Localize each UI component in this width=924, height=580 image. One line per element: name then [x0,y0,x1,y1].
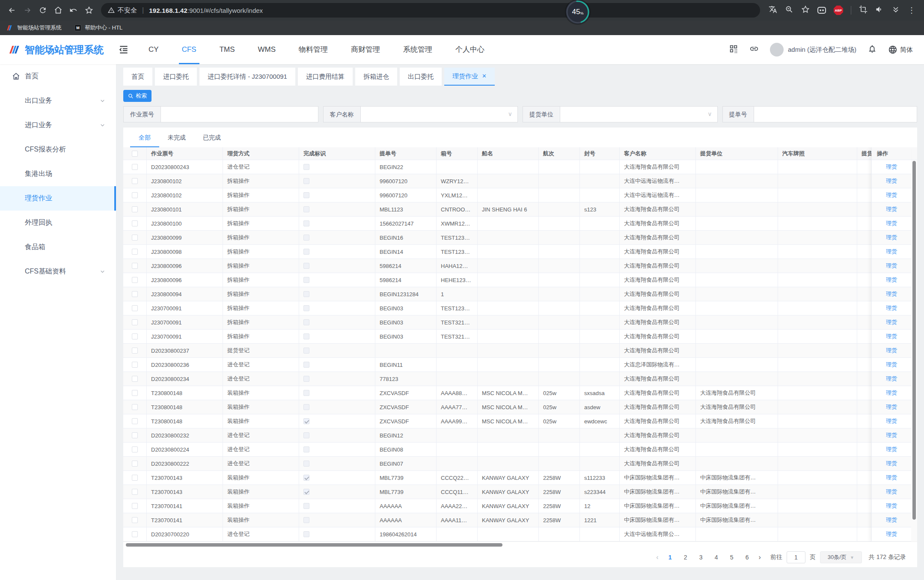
sidebar-item[interactable]: 进口业务 [0,113,116,137]
nav-item-TMS[interactable]: TMS [208,35,247,64]
adblock-icon[interactable]: ABP [834,6,843,15]
row-checkbox[interactable] [132,277,138,283]
row-checkbox[interactable] [132,178,138,184]
link-icon[interactable] [749,44,759,55]
sidebar-item[interactable]: 出口业务 [0,89,116,113]
row-checkbox[interactable] [132,489,138,495]
row-checkbox[interactable] [132,291,138,297]
undo-icon[interactable] [66,3,81,18]
tally-link[interactable]: 理货 [872,485,911,499]
sidebar-collapse-icon[interactable] [118,44,129,55]
vertical-scrollbar-thumb[interactable] [912,161,916,520]
sidebar-item[interactable]: 外理回执 [0,211,116,235]
not-secure-warning[interactable]: 不安全 [108,6,137,15]
tally-link[interactable]: 理货 [872,443,911,457]
sidebar-item[interactable]: 理货作业 [0,186,116,211]
tally-link[interactable]: 理货 [872,513,911,527]
address-bar[interactable]: 不安全 | 192.168.1.42 :9001/#/cfs/tallywork… [101,3,760,18]
forward-icon[interactable] [20,3,35,18]
page-tab[interactable]: 首页 [123,68,152,86]
nav-item-商财管理[interactable]: 商财管理 [339,35,392,64]
row-checkbox[interactable] [132,220,138,226]
row-checkbox[interactable] [132,206,138,212]
page-jump-input[interactable]: 1 [787,551,805,563]
tally-link[interactable]: 理货 [872,457,911,471]
row-checkbox[interactable] [132,164,138,170]
row-checkbox[interactable] [132,503,138,509]
row-checkbox[interactable] [132,461,138,467]
page-tab[interactable]: 进口委托 [155,68,197,86]
row-checkbox[interactable] [132,390,138,396]
menu-kebab-icon[interactable]: ⋮ [908,6,915,15]
vertical-scrollbar[interactable] [911,160,917,541]
nav-item-WMS[interactable]: WMS [247,35,288,64]
tally-link[interactable]: 理货 [872,499,911,513]
search-button[interactable]: 检索 [123,90,152,102]
row-checkbox[interactable] [132,348,138,354]
filter-select[interactable]: ∨ [560,107,717,122]
row-checkbox[interactable] [132,418,138,424]
row-checkbox[interactable] [132,517,138,523]
user-menu[interactable]: admin (远洋仓配二堆场) [770,43,856,57]
tally-link[interactable]: 理货 [872,174,911,188]
tally-link[interactable]: 理货 [872,301,911,315]
page-number-5[interactable]: 5 [726,554,737,561]
horizontal-scrollbar-thumb[interactable] [126,543,502,547]
page-number-6[interactable]: 6 [742,554,753,561]
filter-input[interactable] [161,107,318,122]
language-switch[interactable]: 简体 [888,45,913,54]
bookmark-item[interactable]: M帮助中心 - HTL [74,24,122,32]
tally-link[interactable]: 理货 [872,358,911,372]
row-checkbox[interactable] [132,362,138,368]
bookmark-item[interactable]: 智能场站管理系统 [7,24,62,32]
bookmark-star-icon[interactable] [81,3,97,18]
row-checkbox[interactable] [132,333,138,339]
double-chevron-down-icon[interactable] [891,5,900,15]
crop-icon[interactable] [859,5,868,15]
tally-link[interactable]: 理货 [872,160,911,174]
star-icon[interactable] [801,5,810,15]
tally-link[interactable]: 理货 [872,428,911,443]
page-number-4[interactable]: 4 [711,554,722,561]
select-all-checkbox[interactable] [132,151,138,157]
sidebar-item[interactable]: 首页 [0,64,116,89]
qr-code-icon[interactable] [729,44,738,55]
close-icon[interactable]: ✕ [482,68,487,85]
nav-item-CY[interactable]: CY [137,35,170,64]
tally-link[interactable]: 理货 [872,344,911,358]
tally-link[interactable]: 理货 [872,386,911,400]
speaker-icon[interactable] [875,5,884,15]
row-checkbox[interactable] [132,432,138,438]
tally-link[interactable]: 理货 [872,330,911,344]
page-size-select[interactable]: 30条/页 ▼ [820,551,862,563]
filter-select[interactable]: ∨ [361,107,518,122]
nav-item-CFS[interactable]: CFS [170,35,208,64]
page-tab[interactable]: 理货作业✕ [444,68,495,86]
nav-item-个人中心[interactable]: 个人中心 [444,35,496,64]
row-checkbox[interactable] [132,404,138,410]
page-tab[interactable]: 拆箱进仓 [355,68,397,86]
page-number-3[interactable]: 3 [695,554,707,561]
tally-link[interactable]: 理货 [872,527,911,541]
extension-icon[interactable] [817,7,826,14]
zoom-out-icon[interactable] [785,5,793,15]
tally-link[interactable]: 理货 [872,231,911,245]
row-checkbox[interactable] [132,319,138,325]
tally-link[interactable]: 理货 [872,315,911,330]
row-checkbox[interactable] [132,446,138,452]
home-icon[interactable] [51,3,66,18]
row-checkbox[interactable] [132,475,138,481]
tally-link[interactable]: 理货 [872,287,911,301]
page-number-1[interactable]: 1 [665,554,676,561]
translate-icon[interactable] [769,5,777,15]
row-checkbox[interactable] [132,376,138,382]
back-icon[interactable] [4,3,20,18]
tally-link[interactable]: 理货 [872,273,911,287]
status-tab[interactable]: 全部 [130,128,159,147]
tally-link[interactable]: 理货 [872,245,911,259]
tally-link[interactable]: 理货 [872,372,911,386]
tally-link[interactable]: 理货 [872,202,911,217]
sidebar-item[interactable]: CFS报表分析 [0,137,116,162]
horizontal-scrollbar[interactable] [123,541,917,547]
tally-link[interactable]: 理货 [872,259,911,273]
